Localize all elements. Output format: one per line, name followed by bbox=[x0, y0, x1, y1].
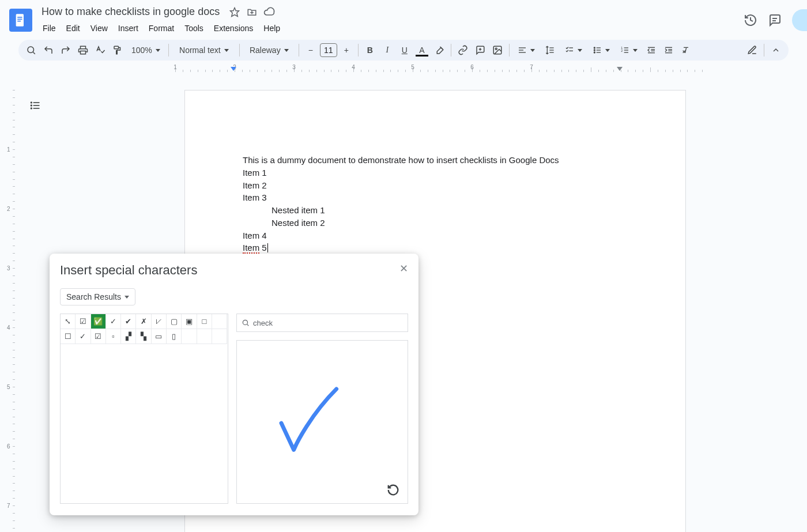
text-color-button[interactable]: A bbox=[414, 42, 430, 58]
paragraph-style-value: Normal text bbox=[179, 46, 221, 55]
menu-format[interactable]: Format bbox=[144, 21, 179, 35]
numbered-list-dropdown[interactable]: 12 bbox=[616, 42, 642, 58]
char-result[interactable]: □ bbox=[197, 314, 212, 329]
undo-draw-icon[interactable] bbox=[387, 484, 401, 497]
svg-rect-2 bbox=[17, 18, 22, 20]
doc-line-5: Item 5 bbox=[243, 242, 628, 254]
char-result[interactable]: ▯ bbox=[167, 329, 182, 344]
toolbar: 100% Normal text Raleway − + B I U A 12 bbox=[18, 40, 789, 61]
doc-line-nested-1: Nested item 1 bbox=[243, 204, 628, 217]
doc-line-1: Item 1 bbox=[243, 167, 628, 179]
svg-point-26 bbox=[594, 50, 595, 51]
doc-line-4: Item 4 bbox=[243, 229, 628, 242]
svg-point-27 bbox=[594, 52, 595, 53]
page-content[interactable]: This is a dummy document to demonstrate … bbox=[185, 90, 685, 254]
text-cursor bbox=[267, 243, 268, 252]
char-result[interactable]: ✗ bbox=[136, 314, 151, 329]
cloud-status-icon[interactable] bbox=[263, 6, 275, 18]
character-search-input[interactable] bbox=[236, 314, 408, 332]
highlight-icon[interactable] bbox=[431, 42, 447, 58]
print-icon[interactable] bbox=[75, 42, 91, 58]
menu-edit[interactable]: Edit bbox=[62, 21, 85, 35]
char-result[interactable]: ⤡ bbox=[61, 314, 76, 329]
undo-icon[interactable] bbox=[40, 42, 56, 58]
svg-line-51 bbox=[247, 325, 249, 326]
docs-logo[interactable] bbox=[9, 9, 32, 32]
char-result[interactable]: ☑ bbox=[91, 329, 106, 344]
menu-extensions[interactable]: Extensions bbox=[209, 21, 258, 35]
insert-image-icon[interactable] bbox=[489, 42, 506, 58]
char-result[interactable]: ✓ bbox=[106, 314, 121, 329]
dialog-title: Insert special characters bbox=[60, 263, 408, 278]
redo-icon[interactable] bbox=[58, 42, 74, 58]
font-value: Raleway bbox=[250, 46, 281, 55]
doc-line-nested-2: Nested item 2 bbox=[243, 217, 628, 229]
menubar: File Edit View Insert Format Tools Exten… bbox=[38, 21, 738, 35]
editing-mode-icon[interactable] bbox=[744, 42, 760, 58]
comments-icon[interactable] bbox=[768, 13, 782, 27]
horizontal-ruler[interactable]: 1234567 bbox=[28, 63, 798, 73]
search-menus-icon[interactable] bbox=[23, 42, 39, 58]
char-result[interactable]: ▫ bbox=[106, 329, 121, 344]
svg-marker-4 bbox=[231, 7, 239, 16]
char-result[interactable]: ▚ bbox=[136, 329, 151, 344]
decrease-indent-icon[interactable] bbox=[643, 42, 659, 58]
close-icon[interactable]: ✕ bbox=[397, 262, 410, 276]
char-result[interactable]: ✓ bbox=[76, 329, 90, 344]
svg-point-25 bbox=[594, 47, 595, 48]
bulleted-list-dropdown[interactable] bbox=[588, 42, 614, 58]
svg-rect-0 bbox=[16, 14, 24, 27]
zoom-dropdown[interactable]: 100% bbox=[127, 42, 165, 58]
underline-button[interactable]: U bbox=[397, 42, 413, 58]
hide-menus-icon[interactable] bbox=[768, 42, 784, 58]
menu-insert[interactable]: Insert bbox=[114, 21, 143, 35]
font-dropdown[interactable]: Raleway bbox=[243, 42, 295, 58]
spellcheck-icon[interactable] bbox=[92, 42, 108, 58]
special-characters-dialog: ✕ Insert special characters Search Resul… bbox=[50, 254, 418, 515]
char-result[interactable]: ▢ bbox=[167, 314, 182, 329]
category-dropdown[interactable]: Search Results bbox=[60, 288, 135, 305]
svg-rect-10 bbox=[81, 51, 86, 54]
add-comment-icon[interactable] bbox=[472, 42, 488, 58]
menu-help[interactable]: Help bbox=[259, 21, 285, 35]
fontsize-decrease-icon[interactable]: − bbox=[303, 42, 319, 58]
line-spacing-dropdown[interactable] bbox=[541, 42, 559, 58]
search-icon bbox=[242, 319, 250, 327]
menu-file[interactable]: File bbox=[38, 21, 61, 35]
checklist-dropdown[interactable] bbox=[560, 42, 587, 58]
doc-line-2: Item 2 bbox=[243, 179, 628, 192]
char-result[interactable]: ☐ bbox=[61, 329, 76, 344]
clear-formatting-icon[interactable] bbox=[678, 42, 694, 58]
char-result[interactable]: ☑ bbox=[76, 314, 90, 329]
fontsize-input[interactable] bbox=[320, 43, 337, 57]
paint-format-icon[interactable] bbox=[110, 42, 126, 58]
svg-point-15 bbox=[495, 48, 497, 50]
menu-tools[interactable]: Tools bbox=[180, 21, 208, 35]
history-icon[interactable] bbox=[744, 13, 757, 27]
paragraph-style-dropdown[interactable]: Normal text bbox=[172, 42, 236, 58]
align-dropdown[interactable] bbox=[513, 42, 540, 58]
char-result[interactable]: ▣ bbox=[182, 314, 197, 329]
document-title[interactable]: How to make checklists in google docs bbox=[38, 5, 223, 19]
increase-indent-icon[interactable] bbox=[661, 42, 677, 58]
category-dropdown-value: Search Results bbox=[66, 292, 121, 301]
character-results-grid: ⤡☑✅✓✔✗⩗▢▣□☐✓☑▫▞▚▭▯ bbox=[60, 314, 228, 504]
move-icon[interactable] bbox=[246, 6, 258, 18]
doc-line-intro: This is a dummy document to demonstrate … bbox=[243, 154, 628, 167]
fontsize-increase-icon[interactable]: + bbox=[338, 42, 355, 58]
document-outline-icon[interactable] bbox=[27, 97, 44, 114]
char-result[interactable]: ▭ bbox=[152, 329, 167, 344]
italic-button[interactable]: I bbox=[379, 42, 395, 58]
insert-link-icon[interactable] bbox=[455, 42, 471, 58]
char-result[interactable]: ▞ bbox=[121, 329, 136, 344]
char-result[interactable]: ✔ bbox=[121, 314, 136, 329]
bold-button[interactable]: B bbox=[362, 42, 378, 58]
draw-character-box[interactable] bbox=[236, 340, 408, 504]
char-result[interactable]: ⩗ bbox=[152, 314, 167, 329]
char-result[interactable]: ✅ bbox=[91, 314, 106, 329]
menu-view[interactable]: View bbox=[86, 21, 112, 35]
vertical-ruler[interactable]: 1234567 bbox=[5, 86, 16, 532]
star-icon[interactable] bbox=[229, 6, 240, 18]
share-button[interactable] bbox=[792, 9, 807, 31]
character-search-field[interactable] bbox=[253, 319, 403, 327]
